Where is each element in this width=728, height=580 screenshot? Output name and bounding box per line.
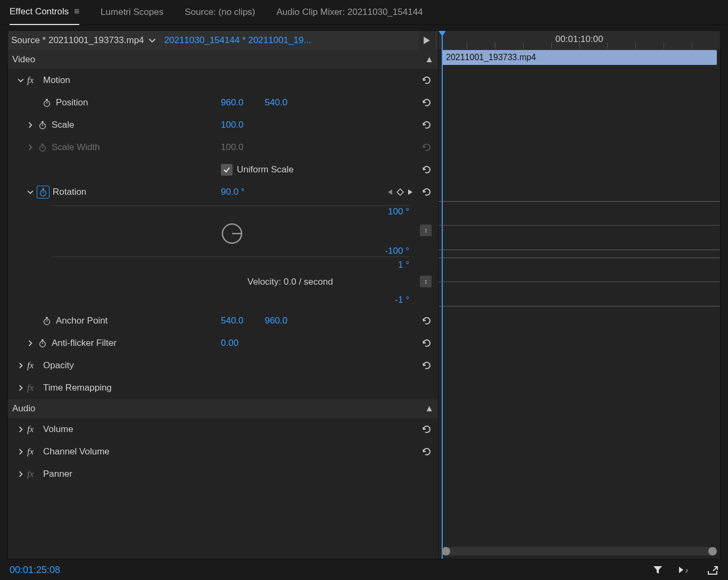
effect-volume[interactable]: fx Volume (8, 418, 438, 441)
stopwatch-icon[interactable] (37, 337, 48, 349)
property-anti-flicker: Anti-flicker Filter 0.00 (8, 332, 438, 354)
reset-icon[interactable] (419, 444, 435, 460)
next-keyframe-icon[interactable] (407, 188, 413, 196)
svg-line-21 (713, 567, 717, 571)
reset-icon (419, 139, 435, 155)
timeline-body[interactable] (439, 65, 720, 543)
export-icon[interactable] (707, 565, 718, 575)
chevron-down-icon[interactable] (148, 37, 156, 44)
section-label: Audio (12, 403, 35, 414)
effect-time-remapping[interactable]: fx Time Remapping (8, 377, 438, 399)
tab-effect-controls[interactable]: Effect Controls ≡ (10, 0, 79, 25)
chevron-right-icon[interactable] (18, 385, 27, 391)
effect-label: Motion (43, 75, 70, 86)
tab-audio-mixer[interactable]: Audio Clip Mixer: 20211030_154144 (277, 0, 423, 24)
scale-value[interactable]: 100.0 (221, 120, 244, 130)
stopwatch-icon[interactable] (41, 97, 53, 109)
play-only-icon[interactable] (419, 31, 435, 50)
fx-badge-icon[interactable]: fx (27, 469, 40, 479)
svg-rect-15 (46, 317, 48, 319)
property-scale: Scale 100.0 (8, 114, 438, 136)
property-uniform-scale: Uniform Scale (8, 159, 438, 181)
fx-badge-icon[interactable]: fx (27, 360, 40, 371)
value-graph-toggle-icon[interactable]: ↕ (420, 225, 432, 236)
effect-controls-panel: Source * 20211001_193733.mp4 20211030_15… (7, 30, 439, 559)
panel-menu-icon[interactable]: ≡ (74, 6, 79, 17)
effect-motion[interactable]: fx Motion (8, 69, 438, 92)
fx-badge-icon[interactable]: fx (27, 424, 40, 435)
video-section-header[interactable]: Video ▲ (8, 50, 438, 69)
rotation-value[interactable]: 90.0 ° (221, 187, 245, 197)
current-timecode[interactable]: 00:01:25:08 (10, 565, 60, 576)
rotation-range-max[interactable]: 100 ° (388, 206, 409, 217)
fx-badge-icon[interactable]: fx (27, 446, 40, 457)
chevron-down-icon[interactable] (27, 189, 37, 195)
play-audio-icon[interactable]: ♪ (678, 565, 692, 575)
svg-rect-10 (42, 188, 44, 190)
anchor-y-value[interactable]: 960.0 (265, 316, 288, 326)
chevron-down-icon[interactable] (18, 77, 27, 84)
effect-panner[interactable]: fx Panner (8, 463, 438, 485)
effect-opacity[interactable]: fx Opacity (8, 354, 438, 377)
clip-bar[interactable]: 20211001_193733.mp4 (442, 50, 717, 65)
uniform-scale-checkbox[interactable] (221, 164, 233, 176)
sequence-clip-label[interactable]: 20211030_154144 * 20211001_19... (164, 35, 416, 46)
velocity-range-min[interactable]: -1 ° (395, 295, 409, 305)
reset-icon[interactable] (419, 421, 435, 437)
zoom-handle-left[interactable] (442, 547, 450, 556)
anchor-x-value[interactable]: 540.0 (221, 316, 244, 326)
source-header: Source * 20211001_193733.mp4 20211030_15… (8, 31, 438, 50)
audio-section-header[interactable]: Audio ▲ (8, 399, 438, 418)
svg-text:♪: ♪ (685, 567, 688, 574)
chevron-right-icon[interactable] (18, 471, 27, 477)
collapse-up-icon[interactable]: ▲ (425, 54, 434, 65)
fx-badge-icon[interactable]: fx (27, 383, 40, 393)
reset-icon[interactable] (419, 335, 435, 351)
reset-icon[interactable] (419, 184, 435, 200)
tab-source[interactable]: Source: (no clips) (185, 0, 255, 24)
velocity-range-max[interactable]: 1 ° (398, 260, 409, 270)
fx-badge-icon[interactable]: fx (27, 75, 40, 86)
svg-rect-18 (42, 339, 44, 341)
chevron-right-icon[interactable] (18, 426, 27, 433)
reset-icon[interactable] (419, 72, 435, 88)
chevron-right-icon (27, 144, 37, 151)
effect-channel-volume[interactable]: fx Channel Volume (8, 441, 438, 463)
stopwatch-icon[interactable] (41, 315, 53, 327)
position-x-value[interactable]: 960.0 (221, 97, 244, 108)
rotation-range-min[interactable]: -100 ° (385, 246, 409, 256)
timeline-zoom-scrollbar[interactable] (442, 547, 717, 556)
prev-keyframe-icon[interactable] (387, 188, 393, 196)
antiflicker-value[interactable]: 0.00 (221, 338, 238, 349)
zoom-handle-right[interactable] (708, 547, 717, 556)
filter-icon[interactable] (652, 565, 663, 575)
rotation-value-graph[interactable] (439, 201, 720, 250)
effect-label: Time Remapping (43, 383, 112, 393)
svg-rect-1 (46, 99, 48, 101)
chevron-right-icon[interactable] (18, 449, 27, 455)
reset-icon[interactable] (419, 95, 435, 111)
stopwatch-active-icon[interactable] (37, 186, 49, 198)
source-clip-label[interactable]: Source * 20211001_193733.mp4 (11, 35, 144, 46)
reset-icon[interactable] (419, 162, 435, 178)
svg-rect-7 (42, 144, 44, 145)
reset-icon[interactable] (419, 117, 435, 133)
tab-lumetri-scopes[interactable]: Lumetri Scopes (101, 0, 163, 24)
clip-name-label: 20211001_193733.mp4 (446, 53, 536, 62)
time-ruler[interactable]: 00:01:10:00 (439, 31, 720, 51)
reset-icon[interactable] (419, 358, 435, 374)
rotation-velocity-graph[interactable] (439, 258, 720, 306)
position-y-value[interactable]: 540.0 (265, 97, 288, 108)
section-label: Video (12, 54, 35, 65)
chevron-right-icon[interactable] (27, 340, 37, 346)
reset-icon[interactable] (419, 313, 435, 329)
chevron-right-icon[interactable] (18, 362, 27, 369)
content-area: Source * 20211001_193733.mp4 20211030_15… (0, 25, 728, 559)
velocity-graph-toggle-icon[interactable]: ↕ (420, 276, 432, 287)
collapse-up-icon[interactable]: ▲ (425, 403, 434, 414)
add-keyframe-icon[interactable] (396, 188, 404, 196)
chevron-right-icon[interactable] (27, 122, 37, 128)
stopwatch-icon[interactable] (37, 119, 48, 131)
property-label: Scale Width (52, 142, 100, 153)
rotation-dial[interactable] (221, 222, 243, 245)
